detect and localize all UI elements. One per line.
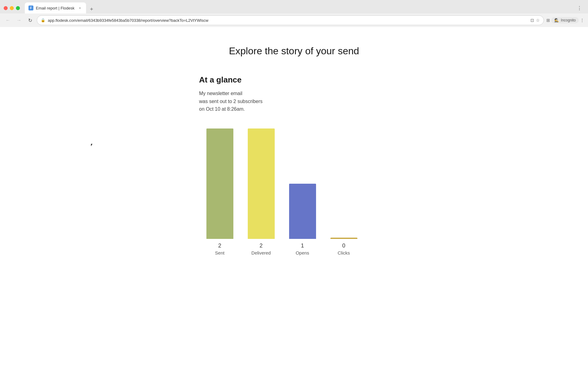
at-a-glance-title: At a glance (199, 75, 389, 85)
new-tab-button[interactable]: + (87, 5, 96, 13)
browser-chrome: F Email report | Flodesk × + ⋮ ← → ↻ 🔒 a… (0, 0, 588, 27)
description-line3: on Oct 10 at 8:26am. (199, 106, 245, 112)
incognito-icon: 🕵 (554, 18, 559, 22)
back-button[interactable]: ← (4, 16, 12, 25)
address-bar-icons: ⊡ ☆ (530, 18, 540, 23)
chart-value-opens: 1 (301, 243, 304, 249)
description-line1: My newsletter email (199, 91, 242, 96)
chart-bar-group-opens: 1Opens (282, 128, 323, 255)
incognito-label: Incognito (561, 18, 576, 22)
glance-description: My newsletter email was sent out to 2 su… (199, 90, 389, 113)
chart-value-delivered: 2 (259, 243, 262, 249)
tab-favicon: F (28, 6, 33, 10)
bookmark-icon[interactable]: ☆ (536, 18, 540, 23)
close-button[interactable] (4, 6, 8, 10)
chart-bar-wrapper-opens (282, 128, 323, 239)
minimize-button[interactable] (10, 6, 14, 10)
incognito-badge[interactable]: 🕵 Incognito (551, 17, 579, 23)
chart-bar-opens (289, 184, 316, 239)
chart-value-clicks: 0 (342, 243, 345, 249)
extension-icon[interactable]: ⊞ (546, 18, 550, 23)
chart-bar-wrapper-clicks (323, 128, 364, 239)
chart-bar-clicks (330, 238, 357, 239)
chart-bar-wrapper-delivered (240, 128, 282, 239)
tab-close-button[interactable]: × (77, 6, 82, 10)
tab-title: Email report | Flodesk (36, 6, 75, 10)
page-content: Explore the story of your send At a glan… (0, 27, 588, 368)
lock-icon: 🔒 (41, 18, 45, 22)
cast-icon[interactable]: ⊡ (530, 18, 534, 23)
chart-label-sent: Sent (215, 250, 224, 255)
browser-menu-icon[interactable]: ⋮ (575, 4, 584, 12)
chart-label-clicks: Clicks (338, 250, 350, 255)
tab-bar: F Email report | Flodesk × + (25, 2, 575, 13)
url-text: app.flodesk.com/email/6343b9334fe5843ba5… (48, 18, 528, 23)
chart-label-delivered: Delivered (251, 250, 271, 255)
maximize-button[interactable] (16, 6, 20, 10)
chart-bar-sent (206, 128, 233, 239)
chart-label-opens: Opens (296, 250, 309, 255)
chart-value-sent: 2 (218, 243, 221, 249)
chart-bar-group-clicks: 0Clicks (323, 128, 364, 255)
window-controls (4, 6, 20, 10)
forward-button[interactable]: → (15, 16, 23, 25)
refresh-button[interactable]: ↻ (26, 16, 34, 25)
address-bar[interactable]: 🔒 app.flodesk.com/email/6343b9334fe5843b… (37, 15, 544, 25)
description-line2: was sent out to 2 subscribers (199, 99, 262, 104)
report-container: At a glance My newsletter email was sent… (187, 75, 401, 255)
chart-container: 2Sent2Delivered1Opens0Clicks (199, 128, 389, 255)
more-options-icon[interactable]: ⋮ (580, 18, 584, 23)
chart-bar-delivered (248, 128, 275, 239)
active-tab[interactable]: F Email report | Flodesk × (25, 2, 86, 13)
browser-right-icons: ⊞ 🕵 Incognito ⋮ (546, 17, 584, 23)
chart-bar-group-sent: 2Sent (199, 128, 240, 255)
page-heading: Explore the story of your send (0, 39, 588, 57)
title-bar: F Email report | Flodesk × + ⋮ (0, 0, 588, 13)
browser-toolbar: ← → ↻ 🔒 app.flodesk.com/email/6343b9334f… (0, 13, 588, 27)
chart-bar-wrapper-sent (199, 128, 240, 239)
chart-bar-group-delivered: 2Delivered (240, 128, 282, 255)
